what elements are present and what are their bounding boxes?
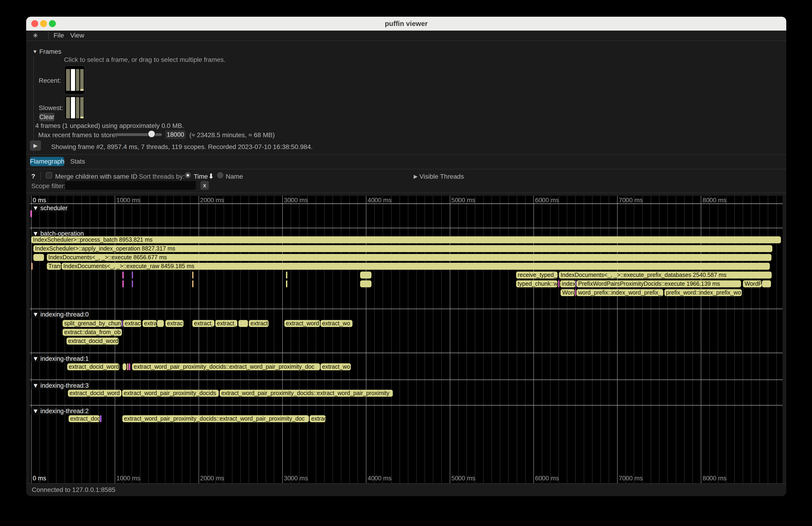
scope-bar-small[interactable] [100,415,102,422]
tab-stats[interactable]: Stats [69,157,86,166]
scope-bar-small[interactable] [129,363,130,370]
scope-bar[interactable]: IndexDocuments<_, _>::execute_raw 8459.1… [62,263,770,270]
theme-toggle-icon[interactable]: ✳ [33,32,38,39]
slowest-frames-thumbnail[interactable] [64,96,85,120]
scope-bar[interactable]: extrac [165,320,184,327]
scope-bar[interactable]: extract_docid_word [68,390,121,397]
thread-header-scheduler[interactable]: ▼ scheduler [31,205,69,212]
frame-bar[interactable] [66,69,70,91]
scope-bar[interactable]: prefix_word::index_prefix_wo [664,289,742,296]
scope-bar-small[interactable] [762,280,771,287]
scope-bar[interactable]: extrac [309,415,325,422]
merge-children-label[interactable]: Merge children with same ID [55,173,137,180]
time-axis-label: 6000 ms [535,197,559,204]
scope-bar[interactable]: receive_typed_ [516,272,557,279]
scope-bar[interactable]: Trans [47,263,61,270]
recent-frames-thumbnail[interactable] [64,65,85,94]
thread-header-indexing-thread:3[interactable]: ▼ indexing-thread:3 [31,382,90,389]
play-button[interactable]: ▶ [30,141,41,151]
scope-bar[interactable]: extract_word_pair_proximity_docids::extr… [132,363,320,370]
time-axis-label: 0 ms [33,475,46,482]
sort-name-label[interactable]: Name [226,173,243,180]
scope-bar-small[interactable] [576,280,576,287]
frame-bar-selected[interactable] [71,97,75,118]
scope-bar-small[interactable] [122,320,122,327]
frame-bar[interactable] [66,97,70,118]
scope-bar[interactable]: extract [123,320,141,327]
sort-name-radio[interactable] [217,172,223,178]
scope-bar[interactable]: Word [561,289,575,296]
scope-bar[interactable]: extract_wo [320,320,352,327]
frame-bar[interactable] [80,97,84,118]
scope-bar-small[interactable] [360,272,372,279]
scope-bar[interactable]: extract_word_pair_proximity_docids::extr… [220,390,393,397]
scope-bar-small[interactable] [558,280,560,287]
scope-bar[interactable]: extra [143,320,157,327]
scope-bar-small[interactable] [360,280,372,287]
scope-filter-input[interactable] [65,181,196,190]
thread-header-indexing-thread:1[interactable]: ▼ indexing-thread:1 [31,355,90,362]
frames-summary: 4 frames (1 unpacked) using approximatel… [35,122,184,130]
scope-bar-small[interactable] [132,280,133,287]
merge-children-checkbox[interactable] [46,172,52,178]
scope-bar-small[interactable] [286,280,287,287]
scope-bar-small[interactable] [122,272,124,279]
scope-bar[interactable]: word_prefix::index_word_prefix_ [577,289,663,296]
scope-bar[interactable]: extract::data_from_ob [62,329,122,336]
scope-bar-small[interactable] [157,320,164,327]
scope-bar[interactable]: IndexScheduler>::apply_index_operation 8… [33,245,772,252]
scope-bar[interactable]: extract_word_pair_proximity_docids [122,390,219,397]
scope-bar[interactable]: extract_wo [320,363,351,370]
time-axis-label: 7000 ms [619,197,643,204]
scope-bar-small[interactable] [33,254,44,261]
flamegraph-canvas[interactable]: 0 ms0 ms1000 ms1000 ms2000 ms2000 ms3000… [30,196,783,483]
help-button[interactable]: ? [31,173,35,180]
scope-bar-small[interactable] [286,272,287,279]
scope-bar-small[interactable] [132,272,133,279]
clear-frames-button[interactable]: Clear [39,113,55,121]
scope-bar[interactable]: extract_doc [69,415,100,422]
scope-bar[interactable]: extract_docid_word [67,363,119,370]
scope-bar[interactable]: extract_ [215,320,237,327]
scope-bar-small[interactable] [122,363,126,370]
scope-bar[interactable]: extract_word_pair_proximity_docids::extr… [122,415,309,422]
sort-direction-arrow-icon[interactable]: ⬇ [208,172,214,180]
clear-filter-button[interactable]: x [201,181,209,190]
scope-bar-small[interactable] [238,320,248,327]
scope-bar[interactable]: PrefixWordPairsProximityDocids::execute … [577,280,741,287]
frame-bar[interactable] [76,97,79,118]
max-frames-value[interactable]: 18000 [165,130,186,139]
sort-threads-label: Sort threads by: [139,173,185,180]
menu-file[interactable]: File [54,32,64,39]
scope-bar[interactable]: extract_docid_word [67,338,119,345]
scope-bar-small[interactable] [31,263,33,270]
frame-bar[interactable] [76,69,79,91]
frame-bar[interactable] [80,69,84,91]
sort-time-radio[interactable] [185,172,191,178]
scope-bar-small[interactable] [127,363,128,370]
scope-bar-small[interactable] [192,272,193,279]
scope-bar[interactable]: IndexDocuments<_, _>::execute_prefix_dat… [559,272,772,279]
scope-bar[interactable]: split_grenad_by_chun [62,320,121,327]
sort-time-label[interactable]: Time [194,173,208,180]
scope-bar[interactable]: extract_word [284,320,320,327]
scope-bar[interactable]: typed_chunk::w [516,280,557,287]
tab-flamegraph[interactable]: Flamegraph [30,157,64,166]
scope-bar[interactable]: IndexDocuments<_, _>::execute 8656.677 m… [47,254,772,261]
scope-bar-small[interactable] [122,280,124,287]
scope-bar-small[interactable] [575,289,576,296]
scope-bar[interactable]: WordPr [743,280,762,287]
menu-view[interactable]: View [70,32,84,39]
scope-bar-small[interactable] [30,210,32,217]
scope-bar-small[interactable] [192,280,193,287]
frames-collapse-header[interactable]: ▼ Frames [32,48,61,55]
scope-bar[interactable]: index [560,280,576,287]
thread-header-indexing-thread:2[interactable]: ▼ indexing-thread:2 [31,408,90,415]
scope-bar[interactable]: IndexScheduler>::process_batch 8953.821 … [31,236,781,243]
frame-bar-selected[interactable] [71,69,75,91]
scope-bar[interactable]: extract [249,320,269,327]
thread-header-indexing-thread:0[interactable]: ▼ indexing-thread:0 [31,311,90,318]
max-frames-slider-knob[interactable] [148,130,156,138]
scope-bar[interactable]: extract_ [192,320,214,327]
visible-threads-header[interactable]: ▶ Visible Threads [414,173,464,180]
